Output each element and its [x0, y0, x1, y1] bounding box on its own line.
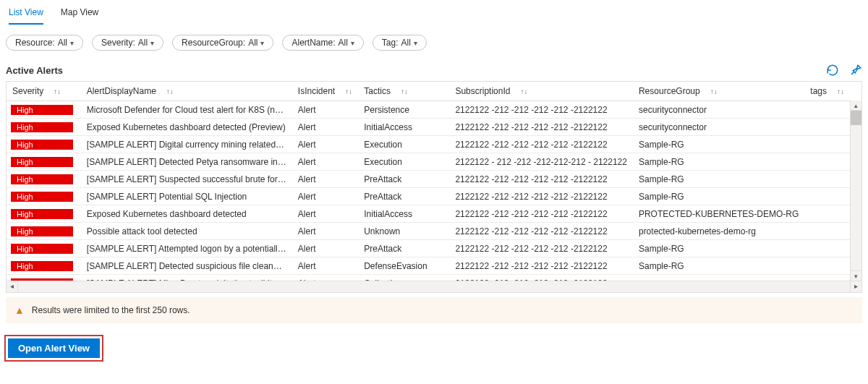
chevron-down-icon: ▾	[260, 39, 264, 47]
cell-tags	[804, 119, 850, 136]
scroll-up-icon[interactable]: ▴	[851, 101, 861, 111]
cell-alertname: [SAMPLE ALERT] Attempted logon by a pote…	[81, 240, 292, 257]
filter-value: All	[339, 38, 348, 48]
cell-alertname: [SAMPLE ALERT] Digital currency mining r…	[81, 136, 292, 153]
scroll-down-icon[interactable]: ▾	[851, 270, 861, 281]
pin-icon[interactable]	[849, 64, 862, 77]
cell-isincident: Alert	[292, 257, 358, 275]
cell-subscriptionid: 2122122 -212 -212 -212 -212 -2122122	[449, 240, 633, 257]
scroll-thumb[interactable]	[851, 111, 861, 125]
filter-tag[interactable]: Tag: All ▾	[373, 35, 427, 51]
cell-resourcegroup: Sample-RG	[633, 153, 804, 171]
cell-tags	[804, 205, 850, 223]
open-alert-view-button[interactable]: Open Alert View	[8, 338, 100, 358]
cell-resourcegroup: securityconnector	[633, 119, 804, 136]
cell-isincident: Alert	[292, 240, 358, 257]
cell-tactics: DefenseEvasion	[358, 257, 449, 275]
cell-alertname: Microsoft Defender for Cloud test alert …	[81, 101, 292, 119]
open-alert-view-highlight: Open Alert View	[4, 335, 103, 362]
cell-tags	[804, 101, 850, 119]
filter-label: ResourceGroup:	[182, 38, 245, 48]
table-row[interactable]: High[SAMPLE ALERT] Suspected successful …	[7, 171, 850, 188]
cell-tags	[804, 136, 850, 153]
table-row[interactable]: HighMicrosoft Defender for Cloud test al…	[7, 101, 850, 119]
table-row[interactable]: High[SAMPLE ALERT] Attempted logon by a …	[7, 240, 850, 257]
tab-list-view[interactable]: List View	[9, 4, 43, 25]
horizontal-scrollbar[interactable]: ◂ ▸	[7, 281, 861, 292]
scroll-left-icon[interactable]: ◂	[7, 281, 18, 292]
col-resourcegroup[interactable]: ResourceGroup↑↓	[633, 82, 804, 101]
cell-subscriptionid: 2122122 -212 -212 -212 -212 -2122122	[449, 188, 633, 205]
sort-icon: ↑↓	[520, 88, 527, 95]
cell-isincident: Alert	[292, 223, 358, 240]
cell-subscriptionid: 2122122 -212 -212 -212 -212 -2122122	[449, 136, 633, 153]
cell-tactics: PreAttack	[358, 188, 449, 205]
cell-tactics: PreAttack	[358, 171, 449, 188]
cell-subscriptionid: 2122122 -212 -212 -212 -212 -2122122	[449, 101, 633, 119]
table-row[interactable]: High[SAMPLE ALERT] Detected Petya ransom…	[7, 153, 850, 171]
table-row[interactable]: HighExposed Kubernetes dashboard detecte…	[7, 205, 850, 223]
table-row[interactable]: High[SAMPLE ALERT] Digital currency mini…	[7, 136, 850, 153]
cell-tactics: Execution	[358, 136, 449, 153]
undo-icon[interactable]	[826, 64, 839, 77]
filter-resourcegroup[interactable]: ResourceGroup: All ▾	[172, 35, 273, 51]
cell-alertname: Exposed Kubernetes dashboard detected	[81, 205, 292, 223]
cell-resourcegroup: Sample-RG	[633, 240, 804, 257]
filter-label: Resource:	[15, 38, 55, 48]
table-row[interactable]: HighExposed Kubernetes dashboard detecte…	[7, 119, 850, 136]
cell-tactics: Persistence	[358, 101, 449, 119]
severity-badge: High	[11, 244, 73, 254]
cell-subscriptionid: 2122122 -212 -212 -212 -212 -2122122	[449, 119, 633, 136]
cell-isincident: Alert	[292, 136, 358, 153]
chevron-down-icon: ▾	[70, 39, 74, 47]
cell-isincident: Alert	[292, 119, 358, 136]
severity-badge: High	[11, 174, 73, 184]
severity-badge: High	[11, 209, 73, 219]
cell-resourcegroup: securityconnector	[633, 101, 804, 119]
cell-resourcegroup: PROTECTED-KUBERNETES-DEMO-RG	[633, 205, 804, 223]
sort-icon: ↑↓	[401, 88, 408, 95]
cell-subscriptionid: 2122122 -212 -212 -212 -212 -2122122	[449, 205, 633, 223]
section-title: Active Alerts	[6, 65, 63, 76]
sort-icon: ↑↓	[710, 88, 718, 95]
filter-severity[interactable]: Severity: All ▾	[92, 35, 163, 51]
cell-resourcegroup: protected-kubernetes-demo-rg	[633, 223, 804, 240]
col-tags[interactable]: tags↑↓	[804, 82, 850, 101]
table-row[interactable]: High[SAMPLE ALERT] Detected suspicious f…	[7, 257, 850, 275]
cell-tags	[804, 188, 850, 205]
view-tabs: List View Map View	[0, 0, 868, 25]
warning-text: Results were limited to the first 250 ro…	[32, 305, 190, 315]
cell-alertname: Exposed Kubernetes dashboard detected (P…	[81, 119, 292, 136]
col-tactics[interactable]: Tactics↑↓	[358, 82, 449, 101]
severity-badge: High	[11, 105, 73, 115]
cell-subscriptionid: 2122122 - 212 -212 -212-212-212 - 212212…	[449, 153, 633, 171]
table-row[interactable]: HighPossible attack tool detectedAlertUn…	[7, 223, 850, 240]
severity-badge: High	[11, 122, 73, 132]
chevron-down-icon: ▾	[351, 39, 354, 47]
cell-tags	[804, 223, 850, 240]
vertical-scrollbar[interactable]: ▴ ▾	[850, 101, 861, 281]
filter-resource[interactable]: Resource: All ▾	[6, 35, 83, 51]
sort-icon: ↑↓	[345, 88, 352, 95]
filter-value: All	[401, 38, 411, 48]
cell-alertname: [SAMPLE ALERT] Suspected successful brut…	[81, 171, 292, 188]
tab-map-view[interactable]: Map View	[61, 4, 98, 25]
severity-badge: High	[11, 226, 73, 236]
cell-resourcegroup: Sample-RG	[633, 257, 804, 275]
col-severity[interactable]: Severity↑↓	[7, 82, 81, 101]
alerts-table-wrap: Severity↑↓ AlertDisplayName↑↓ IsIncident…	[6, 81, 862, 293]
severity-badge: High	[11, 157, 73, 167]
col-alertdisplayname[interactable]: AlertDisplayName↑↓	[81, 82, 292, 101]
filter-value: All	[248, 38, 258, 48]
scroll-right-icon[interactable]: ▸	[850, 281, 861, 292]
col-subscriptionid[interactable]: SubscriptionId↑↓	[449, 82, 633, 101]
chevron-down-icon: ▾	[414, 39, 417, 47]
table-header-row: Severity↑↓ AlertDisplayName↑↓ IsIncident…	[7, 82, 850, 101]
filter-alertname[interactable]: AlertName: All ▾	[282, 35, 363, 51]
table-row[interactable]: High[SAMPLE ALERT] Potential SQL Injecti…	[7, 188, 850, 205]
cell-isincident: Alert	[292, 153, 358, 171]
cell-tactics: PreAttack	[358, 240, 449, 257]
filter-label: Tag:	[382, 38, 399, 48]
col-isincident[interactable]: IsIncident↑↓	[292, 82, 358, 101]
cell-tags	[804, 257, 850, 275]
